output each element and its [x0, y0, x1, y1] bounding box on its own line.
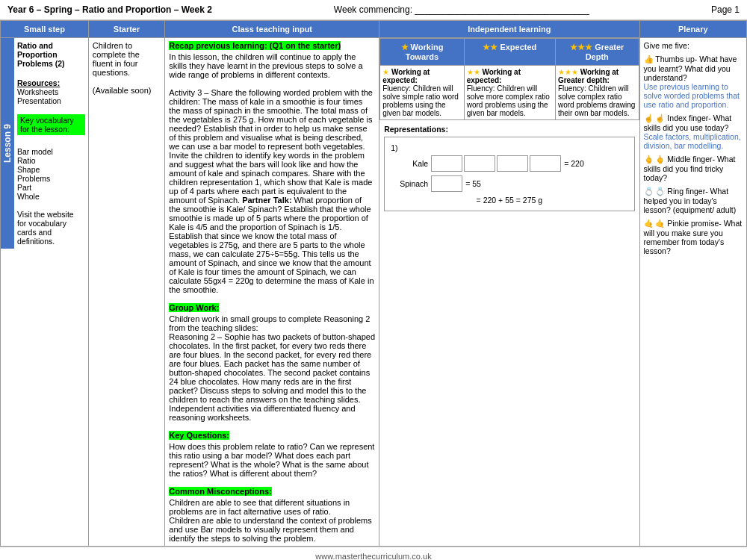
thumbs-up-icon: 👍 [644, 55, 654, 63]
ring-item: 💍 💍 Ring finger- What helped you in toda… [644, 187, 743, 214]
partner-talk-label: Partner Talk: [242, 196, 291, 205]
give-five: Give me five: [644, 41, 743, 50]
key-questions-label: Key Questions: [169, 431, 229, 440]
kale-bars [431, 155, 561, 172]
plenary-cell: Give me five: 👍 Thumbs up- What have you… [639, 38, 746, 547]
vocab-whole: Whole [17, 192, 85, 201]
kale-bar-3 [497, 155, 528, 172]
thumbs-up-text: Thumbs up- What have you learnt? What di… [644, 55, 737, 82]
exp-star: ★★ [483, 43, 498, 52]
gd-header: ★★★ Greater Depth [555, 39, 639, 66]
thumbs-up-blue: Use previous learning to solve worded pr… [644, 82, 740, 109]
wt-header: ★ Working Towards [380, 39, 465, 66]
vocab-problems: Problems [17, 174, 85, 183]
kale-value: = 220 [564, 159, 584, 168]
representations-label: Representations: [384, 125, 634, 134]
resource-presentation: Presentation [17, 96, 85, 105]
misconceptions-label: Common Misconceptions: [169, 487, 272, 496]
index-blue: Scale factors, multiplication, division,… [644, 132, 741, 150]
indep-cell: ★ Working Towards ★★ Expected ★★★ Greate… [379, 38, 639, 547]
gd-content: ★★★ Working at Greater depth: Fluency: C… [555, 66, 639, 120]
resource-worksheets: Worksheets [17, 87, 85, 96]
col-header-starter: Starter [88, 21, 164, 38]
visit-note: Visit the website for vocabulary cards a… [17, 210, 85, 246]
lesson-label: Lesson 9 [1, 38, 14, 249]
index-icon: ☝ [644, 113, 654, 122]
col-header-teaching: Class teaching input [165, 21, 379, 38]
ring-text: 💍 Ring finger- What helped you in today'… [644, 187, 737, 214]
kale-row: Kale = 220 [391, 155, 627, 172]
ring-icon: 💍 [644, 187, 654, 196]
key-vocab-label: Key vocabulary for the lesson: [17, 114, 85, 135]
week-commencing: Week commencing: _______________________… [212, 4, 711, 15]
col-header-plenary: Plenary [639, 21, 746, 38]
recap-body: In this lesson, the children will contin… [169, 52, 375, 294]
kale-bar-2 [464, 155, 495, 172]
wt-star: ★ [401, 43, 409, 52]
gd-text: Fluency: Children will solve complex rat… [558, 84, 635, 117]
spinach-bar-1 [431, 175, 462, 192]
col-header-small-step: Small step [1, 21, 89, 38]
page-number: Page 1 [711, 4, 740, 15]
spinach-row: Spinach = 55 [391, 175, 627, 192]
exp-content: ★★ Working at expected: Fluency: Childre… [464, 66, 555, 120]
footer: www.masterthecurriculum.co.uk [0, 547, 747, 560]
group-work-text: Children work in small groups to complet… [169, 314, 375, 422]
vocab-part: Part [17, 183, 85, 192]
teaching-cell: Recap previous learning: (Q1 on the star… [165, 38, 379, 547]
wt-text: Fluency: Children will solve simple rati… [382, 84, 459, 117]
pinkie-item: 🤙 🤙 Pinkie promise- What will you make s… [644, 219, 743, 255]
pinkie-text: 🤙 Pinkie promise- What will you make sur… [644, 219, 743, 255]
group-work-label: Group Work: [169, 303, 219, 312]
kale-label: Kale [391, 159, 428, 168]
kale-bar-1 [431, 155, 462, 172]
thumbs-up-item: 👍 Thumbs up- What have you learnt? What … [644, 55, 743, 109]
gd-star: ★★★ [570, 43, 592, 52]
index-text: ☝ Index finger- What skills did you use … [644, 113, 732, 132]
misconceptions-text: Children are able to see that different … [169, 498, 375, 543]
wt-content: ★ Working at expected: Fluency: Children… [380, 66, 465, 120]
vocab-bar-model: Bar model [17, 147, 85, 156]
vocab-shape: Shape [17, 165, 85, 174]
spinach-bars [431, 175, 462, 192]
bar-model-container: 1) Kale = 220 [384, 137, 634, 211]
vocab-ratio: Ratio [17, 156, 85, 165]
kale-bar-4 [530, 155, 561, 172]
exp-header-label: Expected [500, 43, 536, 52]
exp-header: ★★ Expected [464, 39, 555, 66]
starter-text: Children to complete the fluent in four … [93, 41, 161, 77]
spinach-value: = 55 [465, 179, 481, 188]
middle-text: 🖕 Middle finger- What skills did you fin… [644, 155, 736, 182]
wt-title: Working at expected: [382, 68, 430, 84]
footer-url: www.masterthecurriculum.co.uk [315, 552, 431, 560]
exp-text: Fluency: Children will solve more comple… [467, 84, 550, 117]
spinach-label: Spinach [391, 179, 428, 188]
index-item: ☝ ☝ Index finger- What skills did you us… [644, 113, 743, 150]
page-title: Year 6 – Spring – Ratio and Proportion –… [7, 4, 212, 15]
wt-header-label: Working Towards [406, 43, 444, 61]
formula: = 220 + 55 = 275 g [391, 196, 627, 205]
key-questions-text: How does this problem relate to ratio? C… [169, 442, 375, 478]
starter-cell: Children to complete the fluent in four … [88, 38, 164, 547]
recap-label: Recap previous learning: (Q1 on the star… [169, 41, 341, 50]
small-step-cell: Lesson 9 Ratio and Proportion Problems (… [1, 38, 89, 547]
col-header-indep: Independent learning [379, 21, 639, 38]
small-step-title: Ratio and Proportion Problems (2) [17, 41, 85, 68]
rep1-label: 1) [391, 143, 627, 152]
middle-item: 🖕 🖕 Middle finger- What skills did you f… [644, 155, 743, 182]
starter-available: (Available soon) [93, 86, 161, 95]
middle-icon: 🖕 [644, 155, 654, 164]
pinkie-icon: 🤙 [644, 219, 654, 228]
resources-label: Resources: [17, 78, 85, 87]
